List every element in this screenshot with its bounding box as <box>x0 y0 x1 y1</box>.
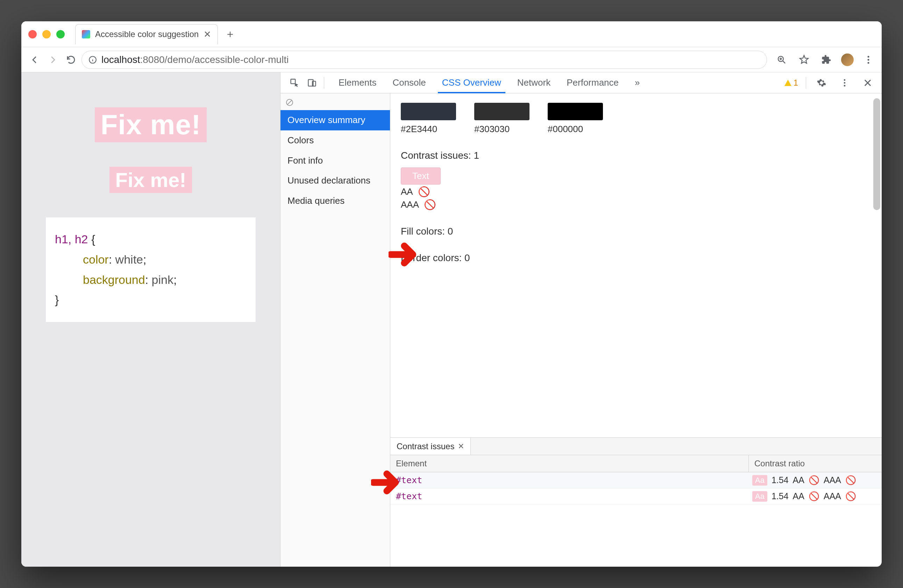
tab-console[interactable]: Console <box>385 72 433 93</box>
annotation-arrow-icon <box>371 470 403 496</box>
sidebar-item-unused-declarations[interactable]: Unused declarations <box>280 171 390 191</box>
no-entry-icon: 🚫 <box>845 475 856 485</box>
close-tab-button[interactable]: ✕ <box>203 29 211 40</box>
devtools-panel: Elements Console CSS Overview Network Pe… <box>280 72 882 567</box>
close-devtools-button[interactable] <box>860 75 875 91</box>
element-cell: #text <box>390 488 749 504</box>
color-swatch[interactable] <box>474 103 530 120</box>
address-bar[interactable]: localhost:8080/demo/accessible-color-mul… <box>82 51 767 69</box>
svg-point-9 <box>868 62 870 64</box>
device-toggle-icon[interactable] <box>304 75 319 91</box>
contrast-cell: Aa 1.54 AA🚫 AAA🚫 <box>749 488 882 504</box>
profile-avatar[interactable] <box>841 53 854 66</box>
clear-overview-icon[interactable] <box>280 95 390 110</box>
browser-menu-icon[interactable] <box>861 52 876 68</box>
browser-tab[interactable]: Accessible color suggestion ✕ <box>75 24 218 44</box>
table-row[interactable]: #text Aa 1.54 AA🚫 AAA🚫 <box>390 472 882 488</box>
bookmark-icon[interactable] <box>796 52 812 68</box>
sidebar-item-font-info[interactable]: Font info <box>280 151 390 171</box>
fill-colors-heading: Fill colors: 0 <box>401 226 871 237</box>
no-entry-icon: 🚫 <box>809 475 820 485</box>
color-swatch[interactable] <box>401 103 456 120</box>
contrast-cell: Aa 1.54 AA🚫 AAA🚫 <box>749 472 882 488</box>
reload-button[interactable] <box>63 52 79 68</box>
svg-rect-10 <box>291 79 296 83</box>
extensions-icon[interactable] <box>819 52 834 68</box>
devtools-menu-icon[interactable] <box>837 75 852 91</box>
devtools-drawer: Contrast issues ✕ Element Contrast ratio… <box>390 437 882 567</box>
traffic-lights <box>28 30 65 38</box>
back-button[interactable] <box>27 52 42 68</box>
forward-button[interactable] <box>45 52 60 68</box>
table-header: Element Contrast ratio <box>390 455 882 472</box>
devtools-tabbar: Elements Console CSS Overview Network Pe… <box>280 72 882 93</box>
code-block: h1, h2 { color: white; background: pink;… <box>46 217 256 322</box>
svg-point-14 <box>844 82 846 83</box>
aaa-row: AAA🚫 <box>401 199 871 211</box>
sidebar-item-overview[interactable]: Overview summary <box>280 110 390 130</box>
col-element: Element <box>390 455 749 472</box>
annotation-arrow-icon <box>389 242 420 268</box>
sidebar-item-media-queries[interactable]: Media queries <box>280 191 390 211</box>
svg-point-13 <box>844 79 846 81</box>
close-window-button[interactable] <box>28 30 37 38</box>
border-colors-heading: Border colors: 0 <box>401 252 871 264</box>
drawer-tabbar: Contrast issues ✕ <box>390 438 882 455</box>
contrast-issues-heading: Contrast issues: 1 <box>401 150 871 161</box>
svg-point-15 <box>844 85 846 86</box>
zoom-icon[interactable] <box>774 52 789 68</box>
inspect-element-icon[interactable] <box>287 75 302 91</box>
tabs-overflow[interactable]: » <box>628 72 647 93</box>
warning-badge[interactable]: 1 <box>785 78 798 88</box>
gear-icon[interactable] <box>814 75 829 91</box>
url-port: :8080 <box>140 54 165 65</box>
tab-performance[interactable]: Performance <box>560 72 626 93</box>
page-h1: Fix me! <box>95 107 206 142</box>
sample-chip: Aa <box>752 475 767 486</box>
favicon-icon <box>82 30 90 38</box>
no-entry-icon: 🚫 <box>809 491 820 501</box>
maximize-window-button[interactable] <box>56 30 65 38</box>
contrast-issues-table: Element Contrast ratio #text Aa 1.54 AA🚫… <box>390 455 882 567</box>
tab-elements[interactable]: Elements <box>332 72 383 93</box>
svg-line-4 <box>783 61 785 63</box>
svg-line-17 <box>288 100 292 105</box>
window-titlebar: Accessible color suggestion ✕ ＋ <box>21 21 882 47</box>
svg-point-7 <box>868 56 870 57</box>
info-icon <box>88 55 97 64</box>
tab-network[interactable]: Network <box>510 72 557 93</box>
table-row[interactable]: #text Aa 1.54 AA🚫 AAA🚫 <box>390 488 882 505</box>
aa-row: AA🚫 <box>401 186 871 198</box>
browser-toolbar: localhost:8080/demo/accessible-color-mul… <box>21 47 882 72</box>
close-drawer-tab-icon[interactable]: ✕ <box>458 442 464 451</box>
new-tab-button[interactable]: ＋ <box>225 27 235 41</box>
sample-chip: Aa <box>752 491 767 502</box>
col-contrast-ratio: Contrast ratio <box>749 455 882 472</box>
color-swatch[interactable] <box>547 103 603 120</box>
tab-css-overview[interactable]: CSS Overview <box>435 72 508 93</box>
drawer-tab-contrast-issues[interactable]: Contrast issues ✕ <box>390 438 471 455</box>
sidebar-item-colors[interactable]: Colors <box>280 130 390 151</box>
url-host: localhost <box>101 54 140 65</box>
element-cell: #text <box>390 472 749 488</box>
no-entry-icon: 🚫 <box>418 186 430 198</box>
no-entry-icon: 🚫 <box>845 491 856 501</box>
css-overview-main: #FFFFFF #ABA800 #AD00A1 #4C566A #2E3440 … <box>390 93 882 567</box>
no-entry-icon: 🚫 <box>424 199 436 211</box>
url-path: /demo/accessible-color-multi <box>165 54 289 65</box>
svg-point-8 <box>868 59 870 60</box>
page-viewport: Fix me! Fix me! h1, h2 { color: white; b… <box>21 72 280 567</box>
tab-title: Accessible color suggestion <box>95 29 199 39</box>
scrollbar-thumb[interactable] <box>873 98 880 210</box>
contrast-sample-chip[interactable]: Text <box>401 167 440 185</box>
warning-icon <box>785 80 791 86</box>
page-h2: Fix me! <box>110 167 192 193</box>
minimize-window-button[interactable] <box>42 30 51 38</box>
